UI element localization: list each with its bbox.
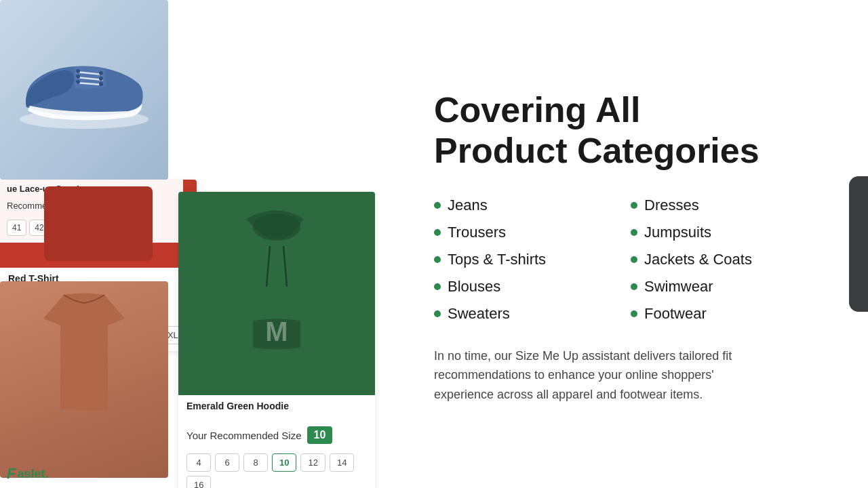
bullet-icon [631,256,637,263]
bullet-icon [434,310,441,317]
categories-right: Dresses Jumpsuits Jackets & Coats Swimwe… [631,193,827,326]
category-label: Sweaters [448,305,510,323]
category-label: Jeans [448,197,488,214]
category-label: Trousers [448,224,506,241]
category-swimwear: Swimwear [631,274,827,299]
main-heading: Covering All Product Categories [434,90,827,171]
bullet-icon [631,310,637,317]
category-sweaters: Sweaters [434,302,631,326]
category-jackets: Jackets & Coats [631,247,827,272]
categories-left: Jeans Trousers Tops & T-shirts Blouses S… [434,193,631,326]
hoodie-size-badge: 10 [307,426,333,444]
bullet-icon [434,202,441,209]
bullet-icon [631,229,637,236]
hoodie-title: Emerald Green Hoodie [186,401,367,411]
faslet-logo: F aslet. [7,465,48,483]
hoodie-info: Emerald Green Hoodie [178,395,375,421]
category-label: Swimwear [644,278,713,296]
svg-point-8 [99,77,103,81]
category-tops: Tops & T-shirts [434,247,631,272]
category-blouses: Blouses [434,274,631,299]
category-footwear: Footwear [631,302,827,326]
bullet-icon [631,202,637,209]
shirt-shape [44,186,153,261]
bullet-icon [631,283,637,290]
hoodie-size-14[interactable]: 14 [330,453,354,472]
category-label: Tops & T-shirts [448,251,546,268]
brown-tshirt-card [0,281,168,478]
category-trousers: Trousers [434,220,631,245]
categories-grid: Jeans Trousers Tops & T-shirts Blouses S… [434,193,827,326]
brown-shirt-svg [23,288,145,424]
category-label: Blouses [448,278,500,296]
hoodie-size-10[interactable]: 10 [272,453,296,472]
category-label: Footwear [644,305,707,323]
hoodie-recommended-label: Your Recommended Size [186,430,302,441]
right-panel: Covering All Product Categories Jeans Tr… [393,0,868,488]
sneaker-image [0,0,168,180]
svg-point-7 [99,71,103,75]
heading-line2: Product Categories [434,131,760,170]
bullet-icon [434,256,441,263]
bullet-icon [434,229,441,236]
hoodie-size-6[interactable]: 6 [215,453,239,472]
scroll-handle[interactable] [849,176,868,312]
category-jumpsuits: Jumpsuits [631,220,827,245]
sneaker-svg [13,43,155,138]
left-panel: ue Lace-up Sneakers Recommended Size 39 … [0,0,393,488]
svg-point-6 [76,80,80,84]
hoodie-recommended-bar: Your Recommended Size 10 [178,421,375,449]
description-text: In no time, our Size Me Up assistant del… [434,346,773,405]
category-label: Dresses [644,197,699,214]
bullet-icon [434,283,441,290]
svg-point-9 [99,82,103,86]
logo-text: aslet. [17,467,48,481]
hoodie-image: M [178,192,375,395]
category-label: Jumpsuits [644,224,711,241]
category-dresses: Dresses [631,193,827,218]
svg-text:M: M [265,317,288,346]
logo-f: F [7,465,16,483]
svg-point-4 [76,69,80,73]
hoodie-svg: M [199,199,355,388]
size-opt-41[interactable]: 41 [7,220,26,236]
svg-point-5 [76,75,80,79]
hoodie-size-4[interactable]: 4 [186,453,211,472]
svg-point-13 [253,214,300,241]
hoodie-card: M Emerald Green Hoodie Your Recommended … [178,192,375,488]
category-label: Jackets & Coats [644,251,752,268]
heading-line1: Covering All [434,90,640,129]
hoodie-size-options: 4 6 8 10 12 14 16 [178,449,375,488]
brown-tshirt-image [0,281,168,478]
hoodie-size-8[interactable]: 8 [243,453,268,472]
sneaker-card [0,0,168,180]
hoodie-size-16[interactable]: 16 [186,476,211,488]
category-jeans: Jeans [434,193,631,218]
hoodie-size-12[interactable]: 12 [300,453,325,472]
